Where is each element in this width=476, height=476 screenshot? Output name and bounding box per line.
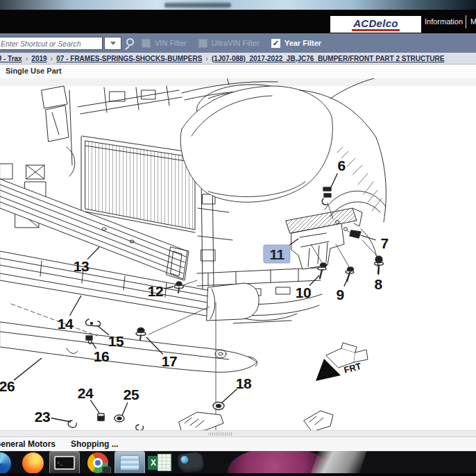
leader-line-13 (87, 247, 99, 260)
callout-8[interactable]: 8 (374, 277, 382, 291)
checkbox-icon[interactable]: ✓ (271, 39, 280, 48)
leader-line-15 (97, 325, 109, 335)
single-use-part-label: Single Use Part (6, 67, 62, 75)
background-window-strip (0, 0, 476, 10)
filter-year-filter: ✓Year Filter (271, 39, 321, 48)
breadcrumb-link-1[interactable]: 2019 (31, 55, 46, 62)
callout-9[interactable]: 9 (336, 287, 343, 302)
chevron-down-icon (110, 42, 116, 45)
callout-10[interactable]: 10 (296, 285, 311, 300)
callout-13[interactable]: 13 (74, 259, 89, 273)
callout-14[interactable]: 14 (58, 316, 73, 331)
breadcrumb-link-0[interactable]: U - Trax (0, 55, 22, 62)
callout-25[interactable]: 25 (124, 387, 139, 402)
wallpaper-streak (308, 451, 368, 476)
breadcrumb-separator: › (26, 54, 28, 62)
application-window: ACDelco Information M VIN FilterUltraVIN… (0, 0, 476, 476)
filter-label: Year Filter (284, 39, 321, 47)
filter-ultravin-filter: UltraVIN Filter (198, 39, 260, 48)
filter-vin-filter: VIN Filter (142, 39, 187, 48)
leader-line-18 (221, 389, 237, 403)
image-tool-icon[interactable] (178, 453, 203, 472)
callout-16[interactable]: 16 (94, 349, 109, 364)
leader-line-26 (14, 358, 42, 380)
scrollbar-thumb[interactable] (208, 432, 233, 436)
parts-diagram: FRT 678910111213141516171823242526 (0, 78, 476, 430)
tab-information[interactable]: Information (425, 10, 463, 33)
subheader-row: Single Use Part (0, 65, 476, 78)
leader-line-9 (344, 279, 348, 286)
browser-swirl-icon[interactable] (0, 452, 11, 475)
leader-line-14 (69, 296, 81, 316)
breadcrumb-separator: › (205, 54, 208, 62)
callout-6[interactable]: 6 (337, 158, 345, 173)
shopping-menu[interactable]: Shopping ... (71, 439, 119, 449)
leader-line-17 (146, 337, 163, 355)
callout-15[interactable]: 15 (108, 334, 124, 348)
breadcrumb-link-3[interactable]: (1J07-088)_2017-2022_JB,JC76_BUMPER/FRON… (212, 55, 445, 62)
search-icon[interactable] (126, 38, 134, 46)
filter-label: VIN Filter (155, 39, 187, 47)
leader-line-25 (122, 402, 128, 416)
checkbox-icon (142, 39, 151, 48)
nav-divider (466, 15, 466, 28)
callout-24[interactable]: 24 (78, 386, 93, 400)
callout-26[interactable]: 26 (0, 379, 15, 393)
callout-7[interactable]: 7 (380, 236, 388, 250)
chrome-icon[interactable] (87, 452, 108, 473)
breadcrumb-link-2[interactable]: 07 - FRAMES-SPRINGS-SHOCKS-BUMPERS (56, 55, 202, 62)
acdelco-logo: ACDelco (330, 16, 421, 33)
filter-label: UltraVIN Filter (212, 39, 260, 47)
status-menu-bar: General Motors Shopping ... (0, 436, 476, 451)
search-input[interactable] (0, 37, 103, 50)
company-label: General Motors (0, 439, 56, 449)
leader-line-6 (330, 173, 337, 189)
screen-bottom-edge (0, 473, 476, 476)
breadcrumb: U - Trax›2019›07 - FRAMES-SPRINGS-SHOCKS… (0, 53, 476, 65)
leader-line-24 (90, 400, 99, 413)
tab-partial-right[interactable]: M (470, 10, 476, 33)
search-toolbar: VIN FilterUltraVIN Filter✓Year Filter (0, 33, 476, 53)
horizontal-scrollbar[interactable] (0, 430, 476, 436)
callout-17[interactable]: 17 (162, 354, 177, 368)
callout-23[interactable]: 23 (35, 409, 50, 424)
callout-12[interactable]: 12 (148, 284, 163, 298)
acdelco-logo-text: ACDelco (352, 18, 400, 31)
leader-line-7 (361, 235, 376, 240)
desktop-taskbar: ›_X (0, 451, 476, 476)
terminal-icon[interactable]: ›_ (49, 451, 80, 475)
checkbox-icon (198, 39, 207, 48)
firefox-icon[interactable] (22, 452, 44, 474)
filter-group: VIN FilterUltraVIN Filter✓Year Filter (142, 33, 321, 53)
breadcrumb-separator: › (51, 54, 53, 62)
leader-line-10 (309, 275, 319, 286)
background-window-title (164, 3, 231, 8)
search-dropdown-button[interactable] (104, 37, 121, 50)
callout-11[interactable]: 11 (263, 245, 290, 264)
app-window-icon[interactable] (114, 451, 145, 475)
app-header: ACDelco Information M (0, 10, 476, 33)
callout-18[interactable]: 18 (236, 376, 251, 391)
leader-line-12 (164, 287, 173, 289)
spreadsheet-icon[interactable]: X (148, 452, 171, 473)
leader-line-23 (51, 418, 71, 422)
